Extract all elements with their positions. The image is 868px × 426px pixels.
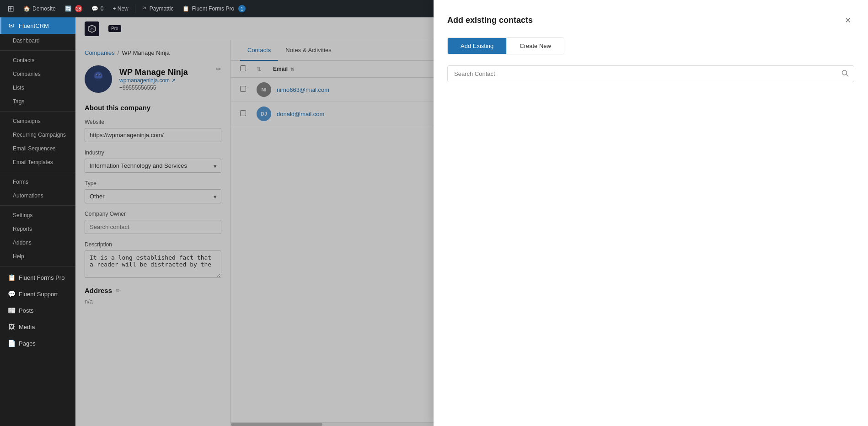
- modal-close-button[interactable]: ×: [841, 17, 854, 27]
- sidebar-dashboard-label: Dashboard: [13, 37, 40, 44]
- fluent-forms-label: Fluent Forms Pro: [192, 5, 234, 12]
- sidebar-item-email-sequences[interactable]: Email Sequences: [0, 142, 75, 155]
- pages-icon: 📄: [8, 340, 15, 347]
- sidebar-item-fluent-support[interactable]: 💬 Fluent Support: [0, 286, 75, 302]
- sidebar-item-lists[interactable]: Lists: [0, 81, 75, 95]
- modal-tabs: Add Existing Create New: [447, 37, 564, 54]
- site-name-button[interactable]: 🏠 Demosite: [20, 4, 59, 14]
- sidebar-item-campaigns[interactable]: Campaigns: [0, 114, 75, 128]
- sidebar-item-pages[interactable]: 📄 Pages: [0, 335, 75, 351]
- sidebar-tags-label: Tags: [13, 98, 24, 105]
- sidebar-item-posts[interactable]: 📰 Posts: [0, 302, 75, 319]
- updates-button[interactable]: 🔄 28: [61, 3, 86, 14]
- sidebar-reports-label: Reports: [13, 226, 32, 232]
- sidebar-item-recurring-campaigns[interactable]: Recurring Campaigns: [0, 128, 75, 142]
- updates-icon: 🔄: [65, 5, 72, 12]
- sidebar-item-help[interactable]: Help: [0, 250, 75, 263]
- sidebar-item-fluentcrm[interactable]: ✉ FluentCRM: [0, 17, 75, 34]
- modal-tab-create-new[interactable]: Create New: [507, 38, 564, 54]
- fluent-forms-button[interactable]: 📋 Fluent Forms Pro 1: [179, 3, 249, 14]
- wp-logo-button[interactable]: ⊞: [4, 2, 18, 16]
- sidebar-item-fluent-forms-pro[interactable]: 📋 Fluent Forms Pro: [0, 269, 75, 286]
- sidebar-divider-1: [0, 50, 75, 51]
- modal-title: Add existing contacts: [447, 17, 533, 25]
- sidebar-divider-5: [0, 266, 75, 266]
- fluentcrm-icon: ✉: [8, 22, 15, 29]
- sidebar-item-reports[interactable]: Reports: [0, 222, 75, 236]
- sidebar-divider-3: [0, 172, 75, 172]
- paymattic-button[interactable]: 🏳 Paymattic: [138, 4, 177, 14]
- sidebar-fluent-forms-pro-label: Fluent Forms Pro: [19, 274, 64, 281]
- sidebar-recurring-campaigns-label: Recurring Campaigns: [13, 132, 66, 138]
- sidebar-item-automations[interactable]: Automations: [0, 189, 75, 202]
- sidebar-pages-label: Pages: [19, 340, 36, 347]
- sidebar-item-settings[interactable]: Settings: [0, 208, 75, 222]
- sidebar-forms-label: Forms: [13, 179, 28, 185]
- sidebar-help-label: Help: [13, 253, 24, 260]
- sidebar-item-forms[interactable]: Forms: [0, 175, 75, 189]
- sidebar-item-tags[interactable]: Tags: [0, 95, 75, 108]
- sidebar-email-sequences-label: Email Sequences: [13, 145, 55, 152]
- updates-badge: 28: [75, 5, 82, 12]
- site-name: Demosite: [32, 5, 56, 12]
- media-icon: 🖼: [8, 323, 15, 330]
- sidebar-item-media[interactable]: 🖼 Media: [0, 319, 75, 335]
- search-icon: [841, 69, 849, 78]
- bar-separator-1: [135, 4, 135, 13]
- sidebar-email-templates-label: Email Templates: [13, 159, 53, 165]
- sidebar-automations-label: Automations: [13, 192, 43, 199]
- comments-icon: 💬: [91, 5, 98, 12]
- sidebar-item-contacts[interactable]: Contacts: [0, 53, 75, 67]
- modal-header: Add existing contacts ×: [447, 17, 854, 27]
- sidebar-item-email-templates[interactable]: Email Templates: [0, 155, 75, 169]
- main-layout: ✉ FluentCRM Dashboard Contacts Companies…: [0, 17, 868, 426]
- home-icon: 🏠: [23, 5, 30, 12]
- sidebar-divider-2: [0, 111, 75, 112]
- paymattic-icon: 🏳: [142, 5, 147, 12]
- posts-icon: 📰: [8, 307, 15, 314]
- sidebar-contacts-label: Contacts: [13, 57, 34, 64]
- sidebar-item-dashboard[interactable]: Dashboard: [0, 34, 75, 48]
- sidebar-media-label: Media: [19, 324, 35, 330]
- sidebar-settings-label: Settings: [13, 212, 32, 218]
- sidebar-item-companies[interactable]: Companies: [0, 67, 75, 81]
- modal-tab-add-existing[interactable]: Add Existing: [448, 38, 507, 54]
- fluent-forms-icon: 📋: [182, 5, 189, 12]
- sidebar-companies-label: Companies: [13, 71, 41, 77]
- new-label: + New: [113, 5, 128, 12]
- paymattic-label: Paymattic: [150, 5, 174, 12]
- sidebar-campaigns-label: Campaigns: [13, 118, 41, 124]
- comments-button[interactable]: 💬 0: [88, 4, 107, 14]
- sidebar-item-addons[interactable]: Addons: [0, 236, 75, 250]
- sidebar-addons-label: Addons: [13, 240, 32, 246]
- sidebar-fluent-support-label: Fluent Support: [19, 291, 58, 298]
- fluent-forms-pro-icon: 📋: [8, 274, 15, 281]
- svg-line-10: [847, 75, 848, 76]
- fluent-forms-badge: 1: [238, 5, 246, 12]
- comments-count: 0: [101, 5, 104, 12]
- new-button[interactable]: + New: [109, 4, 132, 14]
- modal-search-input[interactable]: [447, 65, 854, 82]
- sidebar: ✉ FluentCRM Dashboard Contacts Companies…: [0, 17, 75, 426]
- sidebar-fluentcrm-label: FluentCRM: [19, 22, 49, 29]
- fluent-support-icon: 💬: [8, 290, 15, 298]
- modal-search: [447, 65, 854, 82]
- sidebar-posts-label: Posts: [19, 307, 34, 314]
- wp-icon: ⊞: [7, 4, 14, 14]
- sidebar-divider-4: [0, 205, 75, 206]
- sidebar-lists-label: Lists: [13, 85, 24, 91]
- modal-add-contacts: Add existing contacts × Add Existing Cre…: [434, 17, 868, 426]
